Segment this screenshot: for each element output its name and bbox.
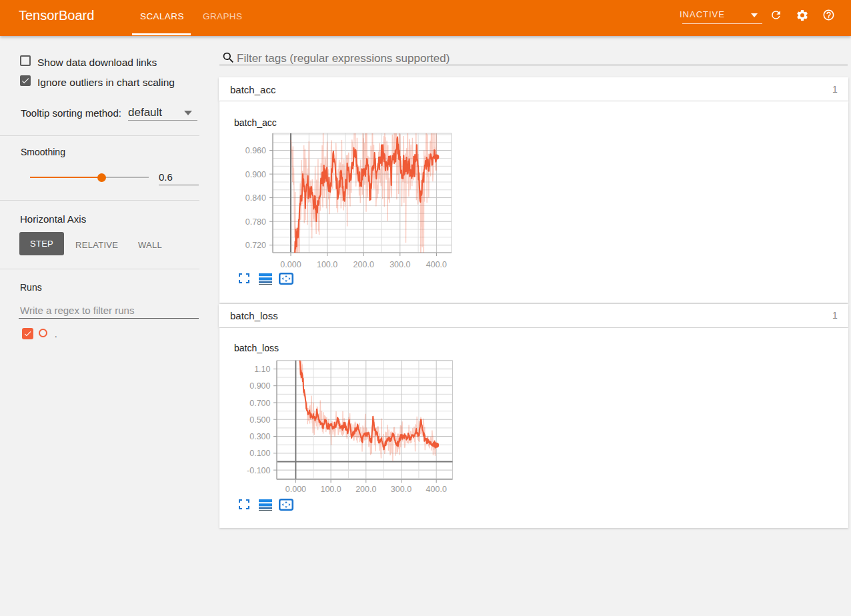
svg-text:0.900: 0.900 <box>249 381 270 391</box>
svg-text:0.900: 0.900 <box>245 170 266 179</box>
svg-text:0.300: 0.300 <box>249 432 270 441</box>
svg-text:0.700: 0.700 <box>249 399 270 408</box>
svg-text:0.500: 0.500 <box>249 415 270 425</box>
svg-text:200.0: 200.0 <box>353 260 374 269</box>
svg-text:0.100: 0.100 <box>249 449 270 458</box>
svg-text:100.0: 100.0 <box>317 260 337 269</box>
svg-text:400.0: 400.0 <box>426 485 447 494</box>
svg-text:200.0: 200.0 <box>355 485 376 494</box>
svg-text:1.10: 1.10 <box>254 365 270 374</box>
svg-text:0.000: 0.000 <box>280 260 301 269</box>
svg-text:0.780: 0.780 <box>245 217 266 227</box>
svg-text:300.0: 300.0 <box>391 485 411 494</box>
svg-text:300.0: 300.0 <box>389 260 410 269</box>
svg-text:-0.100: -0.100 <box>247 466 270 475</box>
svg-text:0.720: 0.720 <box>245 241 266 250</box>
svg-text:0.000: 0.000 <box>285 485 306 494</box>
svg-text:400.0: 400.0 <box>426 260 447 269</box>
svg-text:0.960: 0.960 <box>245 146 266 155</box>
svg-text:0.840: 0.840 <box>245 193 266 203</box>
svg-text:100.0: 100.0 <box>320 485 341 494</box>
